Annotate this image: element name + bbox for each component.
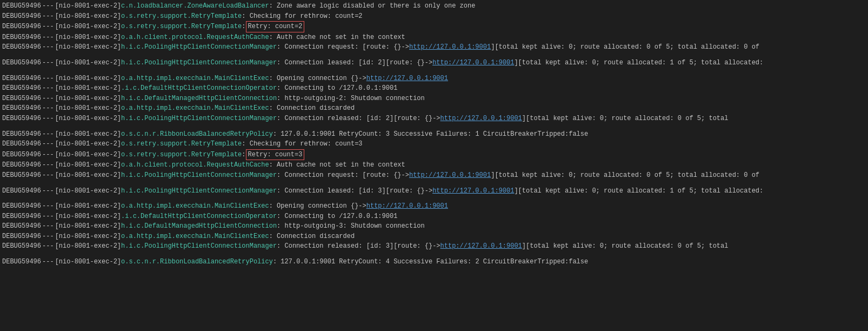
log-message-post: ][total kept alive: 0; route allocated: … [522, 114, 729, 124]
log-line: DEBUG 59496 --- [nio-8001-exec-2] h.i.c.… [2, 58, 866, 68]
log-level: DEBUG [2, 83, 22, 94]
log-link[interactable]: http://127.0.0.1:9001 [440, 114, 522, 124]
log-message-pre: : Connection request: [route: {}-> [277, 42, 409, 52]
log-separator: --- [42, 160, 54, 170]
log-message-pre: : Connection leased: [id: 3][route: {}-> [277, 186, 432, 196]
log-link[interactable]: http://127.0.0.1:9001 [432, 186, 514, 196]
log-separator: --- [42, 83, 54, 94]
log-level: DEBUG [2, 170, 22, 181]
log-thread: [nio-8001-exec-2] [55, 201, 121, 211]
log-line: DEBUG 59496 --- [nio-8001-exec-2] o.a.ht… [2, 231, 866, 242]
log-link[interactable]: http://127.0.0.1:9001 [366, 201, 448, 211]
log-message: : Auth cache not set in the context [269, 160, 405, 170]
log-logger: o.a.h.client.protocol.RequestAuthCache [121, 160, 269, 170]
log-link[interactable]: http://127.0.0.1:9001 [409, 42, 491, 52]
log-message-post: ][total kept alive: 0; route allocated: … [491, 42, 759, 52]
log-highlight: Retry: count=2 [246, 21, 305, 32]
log-thread: [nio-8001-exec-2] [55, 22, 121, 32]
log-level: DEBUG [2, 94, 22, 104]
log-logger: h.i.c.PoolingHttpClientConnectionManager [121, 58, 277, 68]
log-level: DEBUG [2, 32, 22, 43]
log-pid: 59496 [22, 42, 41, 52]
log-message-post: ][total kept alive: 0; route allocated: … [514, 58, 763, 68]
log-separator: --- [42, 170, 54, 181]
log-level: DEBUG [2, 221, 22, 231]
log-message-pre: : Connection request: [route: {}-> [277, 170, 409, 181]
log-thread: [nio-8001-exec-2] [55, 11, 121, 22]
log-thread: [nio-8001-exec-2] [55, 231, 121, 242]
log-pid: 59496 [22, 170, 41, 181]
log-line: DEBUG 59496 --- [nio-8001-exec-2] o.s.re… [2, 139, 866, 149]
log-line: DEBUG 59496 --- [nio-8001-exec-2] o.a.ht… [2, 201, 866, 211]
log-logger: .i.c.DefaultHttpClientConnectionOperator [121, 83, 277, 94]
log-level: DEBUG [2, 186, 22, 196]
log-level: DEBUG [2, 257, 22, 267]
log-thread: [nio-8001-exec-2] [55, 211, 121, 222]
log-link[interactable]: http://127.0.0.1:9001 [432, 58, 514, 68]
log-message: : Connection discarded [269, 231, 355, 242]
log-logger: h.i.c.PoolingHttpClientConnectionManager [121, 42, 277, 52]
log-link[interactable]: http://127.0.0.1:9001 [366, 74, 448, 84]
log-separator: --- [42, 186, 54, 196]
log-line [2, 52, 866, 58]
log-container: DEBUG 59496 --- [nio-8001-exec-2] c.n.lo… [0, 0, 868, 268]
log-line [2, 196, 866, 201]
log-thread: [nio-8001-exec-2] [55, 94, 121, 104]
log-line: DEBUG 59496 --- [nio-8001-exec-2] h.i.c.… [2, 114, 866, 124]
log-logger: h.i.c.PoolingHttpClientConnectionManager [121, 114, 277, 124]
log-line: DEBUG 59496 --- [nio-8001-exec-2] o.s.c.… [2, 129, 866, 140]
log-logger: h.i.c.PoolingHttpClientConnectionManager [121, 241, 277, 251]
log-message: : Connecting to /127.0.0.1:9001 [277, 211, 397, 222]
log-thread: [nio-8001-exec-2] [55, 58, 121, 68]
log-line: DEBUG 59496 --- [nio-8001-exec-2] o.a.ht… [2, 74, 866, 84]
log-message: : Auth cache not set in the context [269, 32, 405, 43]
log-logger: o.s.retry.support.RetryTemplate [121, 150, 242, 160]
log-message-post: ][total kept alive: 0; route allocated: … [514, 186, 763, 196]
log-pid: 59496 [22, 94, 41, 104]
log-pid: 59496 [22, 83, 41, 94]
log-message: : 127.0.0.1:9001 RetryCount: 4 Successiv… [273, 257, 588, 267]
log-line: DEBUG 59496 --- [nio-8001-exec-2] o.a.h.… [2, 160, 866, 170]
log-level: DEBUG [2, 42, 22, 52]
log-logger: o.s.c.n.r.RibbonLoadBalancedRetryPolicy [121, 129, 273, 140]
log-pid: 59496 [22, 11, 41, 22]
log-thread: [nio-8001-exec-2] [55, 150, 121, 160]
log-thread: [nio-8001-exec-2] [55, 83, 121, 94]
log-level: DEBUG [2, 1, 22, 11]
log-thread: [nio-8001-exec-2] [55, 1, 121, 11]
log-logger: c.n.loadbalancer.ZoneAwareLoadBalancer [121, 1, 269, 11]
log-line [2, 251, 866, 257]
log-line: DEBUG 59496 --- [nio-8001-exec-2] o.s.re… [2, 11, 866, 22]
log-separator: --- [42, 129, 54, 140]
log-logger: o.s.retry.support.RetryTemplate [121, 11, 242, 22]
log-pid: 59496 [22, 32, 41, 43]
log-line: DEBUG 59496 --- [nio-8001-exec-2] o.a.h.… [2, 32, 866, 43]
log-separator: --- [42, 42, 54, 52]
log-separator: --- [42, 94, 54, 104]
log-separator: --- [42, 241, 54, 251]
log-logger: o.a.http.impl.execchain.MainClientExec [121, 231, 269, 242]
log-thread: [nio-8001-exec-2] [55, 160, 121, 170]
log-line: DEBUG 59496 --- [nio-8001-exec-2] o.s.c.… [2, 257, 866, 267]
log-thread: [nio-8001-exec-2] [55, 32, 121, 43]
log-line: DEBUG 59496 --- [nio-8001-exec-2] h.i.c.… [2, 42, 866, 52]
log-logger: o.a.http.impl.execchain.MainClientExec [121, 74, 269, 84]
log-thread: [nio-8001-exec-2] [55, 241, 121, 251]
log-separator: --- [42, 211, 54, 222]
log-line: DEBUG 59496 --- [nio-8001-exec-2] c.n.lo… [2, 1, 866, 11]
log-separator: --- [42, 58, 54, 68]
log-message: : Connection discarded [269, 103, 355, 114]
log-thread: [nio-8001-exec-2] [55, 221, 121, 231]
log-message-pre: : Connection released: [id: 3][route: {}… [277, 241, 440, 251]
log-pid: 59496 [22, 129, 41, 140]
log-link[interactable]: http://127.0.0.1:9001 [409, 170, 491, 181]
log-logger: .i.c.DefaultHttpClientConnectionOperator [121, 211, 277, 222]
log-separator: --- [42, 221, 54, 231]
log-pid: 59496 [22, 74, 41, 84]
log-pid: 59496 [22, 241, 41, 251]
log-thread: [nio-8001-exec-2] [55, 139, 121, 149]
log-level: DEBUG [2, 139, 22, 149]
log-level: DEBUG [2, 22, 22, 32]
log-link[interactable]: http://127.0.0.1:9001 [440, 241, 522, 251]
log-thread: [nio-8001-exec-2] [55, 103, 121, 114]
